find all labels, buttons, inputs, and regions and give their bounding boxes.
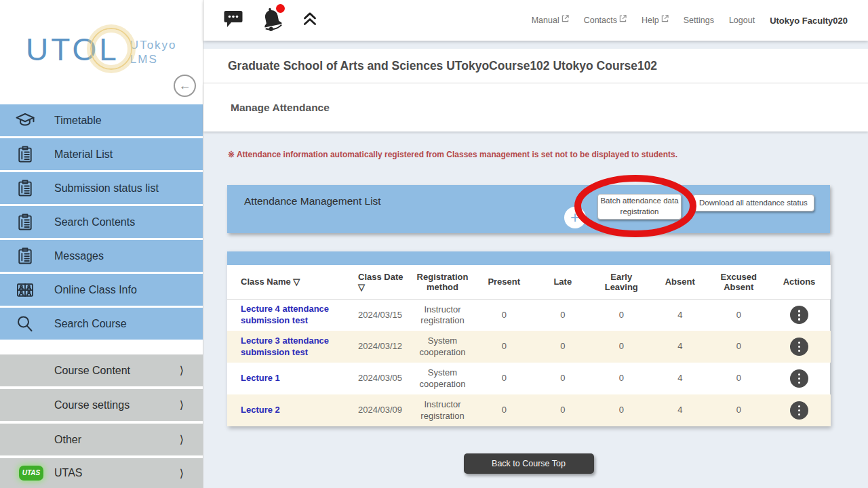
- search-icon: [14, 312, 37, 336]
- sidebar-item-label: UTAS: [54, 467, 82, 479]
- absent-cell: 4: [651, 331, 710, 363]
- sidebar-item-course-settings[interactable]: Course settings ⟩: [0, 389, 203, 421]
- sidebar-item-label: Timetable: [54, 115, 102, 127]
- present-cell: 0: [475, 331, 534, 363]
- excused-absent-cell: 0: [709, 363, 768, 394]
- sidebar-item-online-class-info[interactable]: Online Class Info: [0, 274, 203, 306]
- chevron-right-icon: ⟩: [180, 364, 184, 377]
- registration-method-cell: System cooperation: [410, 363, 475, 394]
- section-title-band: Manage Attendance: [203, 83, 868, 131]
- class-date-cell: 2024/03/05: [353, 363, 410, 394]
- main-area: Manual Contacts Help Settings Logout Uto…: [203, 0, 868, 488]
- header-class-name[interactable]: Class Name ▽: [227, 265, 353, 299]
- utol-logo-suffix: UTokyo LMS: [130, 38, 177, 67]
- utol-logo-text: UTOL: [26, 34, 119, 65]
- sidebar-item-utas[interactable]: UTAS UTAS ⟩: [0, 458, 203, 488]
- early-leaving-cell: 0: [592, 331, 651, 363]
- sidebar-item-label: Course settings: [54, 399, 130, 411]
- topbar: Manual Contacts Help Settings Logout Uto…: [203, 0, 868, 41]
- user-name: Utokyo Faculty020: [770, 16, 848, 26]
- late-cell: 0: [534, 363, 593, 394]
- manual-link[interactable]: Manual: [532, 16, 569, 25]
- clipboard-icon: [14, 143, 37, 166]
- row-actions-kebab-icon[interactable]: [790, 338, 808, 356]
- topbar-nav: Manual Contacts Help Settings Logout Uto…: [532, 16, 848, 26]
- excused-absent-cell: 0: [709, 331, 768, 363]
- class-date-cell: 2024/03/15: [353, 299, 410, 331]
- table-top-strip: [227, 251, 830, 265]
- chevron-right-icon: ⟩: [180, 467, 184, 480]
- sidebar-item-search-contents[interactable]: Search Contents: [0, 206, 203, 238]
- graduation-cap-icon: [14, 109, 37, 132]
- class-name-link[interactable]: Lecture 1: [241, 373, 280, 384]
- sidebar-item-course-content[interactable]: Course Content ⟩: [0, 354, 203, 386]
- topbar-icons: [224, 6, 319, 35]
- row-actions-kebab-icon[interactable]: [790, 401, 808, 420]
- chevron-right-icon: ⟩: [180, 399, 184, 411]
- late-cell: 0: [534, 299, 593, 331]
- late-cell: 0: [534, 331, 593, 363]
- header-absent: Absent: [651, 265, 710, 299]
- table-header-row: Class Name ▽ Class Date ▽ Registration m…: [227, 265, 831, 299]
- settings-link[interactable]: Settings: [684, 16, 714, 25]
- row-actions-kebab-icon[interactable]: [790, 306, 808, 324]
- registration-method-cell: System cooperation: [410, 331, 475, 363]
- sidebar-item-label: Search Contents: [54, 216, 135, 228]
- early-leaving-cell: 0: [592, 394, 651, 426]
- logo-area: UTOL UTokyo LMS ←: [0, 0, 203, 104]
- excused-absent-cell: 0: [709, 394, 768, 426]
- table-row: Lecture 4 attendance submission test 202…: [227, 299, 831, 331]
- header-registration-method: Registration method: [410, 265, 475, 299]
- add-attendance-button[interactable]: +: [564, 207, 586, 228]
- sidebar-item-timetable[interactable]: Timetable: [0, 104, 203, 136]
- clipboard-icon: [14, 245, 37, 268]
- sidebar-item-submission-status-list[interactable]: Submission status list: [0, 172, 203, 204]
- sidebar-item-label: Other: [54, 434, 81, 446]
- absent-cell: 4: [651, 363, 710, 394]
- course-title: Graduate School of Arts and Sciences UTo…: [228, 59, 657, 73]
- sidebar-collapse-button[interactable]: ←: [174, 75, 196, 97]
- collapse-topbar-icon[interactable]: [301, 9, 319, 31]
- class-date-cell: 2024/03/09: [353, 394, 410, 426]
- contacts-link[interactable]: Contacts: [584, 16, 627, 25]
- early-leaving-cell: 0: [592, 363, 651, 394]
- row-actions-kebab-icon[interactable]: [790, 369, 808, 388]
- chat-icon[interactable]: [224, 10, 243, 30]
- excused-absent-cell: 0: [709, 299, 768, 331]
- back-to-course-top-button[interactable]: Back to Course Top: [464, 453, 594, 474]
- sidebar-item-label: Submission status list: [54, 182, 159, 195]
- help-link[interactable]: Help: [642, 16, 669, 25]
- panel-title: Attendance Management List: [244, 195, 381, 207]
- online-class-icon: [14, 279, 37, 302]
- class-name-link[interactable]: Lecture 3 attendance submission test: [241, 336, 350, 359]
- utas-logo-icon: UTAS: [19, 466, 43, 481]
- present-cell: 0: [475, 394, 534, 426]
- sidebar-item-messages[interactable]: Messages: [0, 240, 203, 272]
- notifications-bell-icon[interactable]: [260, 6, 283, 35]
- late-cell: 0: [534, 394, 593, 426]
- sidebar-item-other[interactable]: Other ⟩: [0, 424, 203, 455]
- external-link-icon: [661, 15, 669, 22]
- sidebar-item-search-course[interactable]: Search Course: [0, 308, 203, 340]
- logout-link[interactable]: Logout: [729, 16, 755, 25]
- sidebar-primary-menu: Timetable Material List Submission statu…: [0, 104, 203, 342]
- footer-actions: Back to Course Top: [227, 453, 830, 474]
- sidebar-item-material-list[interactable]: Material List: [0, 138, 203, 170]
- sidebar-item-label: Messages: [54, 250, 104, 262]
- batch-attendance-registration-button[interactable]: Batch attendance data registration: [597, 194, 682, 220]
- sidebar-item-label: Online Class Info: [54, 284, 137, 296]
- download-all-attendance-button[interactable]: Download all attendance status: [692, 195, 814, 211]
- utol-logo-ring: [90, 28, 132, 70]
- class-name-link[interactable]: Lecture 4 attendance submission test: [241, 304, 350, 327]
- sidebar-item-label: Material List: [54, 148, 113, 161]
- registration-method-cell: Instructor registration: [410, 394, 475, 426]
- header-class-date[interactable]: Class Date ▽: [353, 265, 410, 299]
- class-name-link[interactable]: Lecture 2: [241, 405, 280, 416]
- clipboard-icon: [14, 211, 37, 234]
- absent-cell: 4: [651, 299, 710, 331]
- course-title-band: Graduate School of Arts and Sciences UTo…: [203, 49, 868, 83]
- content-area: ※ Attendance information automatically r…: [203, 131, 868, 488]
- absent-cell: 4: [651, 394, 710, 426]
- page-title: Manage Attendance: [231, 102, 330, 114]
- sidebar: UTOL UTokyo LMS ← Timetable: [0, 0, 203, 488]
